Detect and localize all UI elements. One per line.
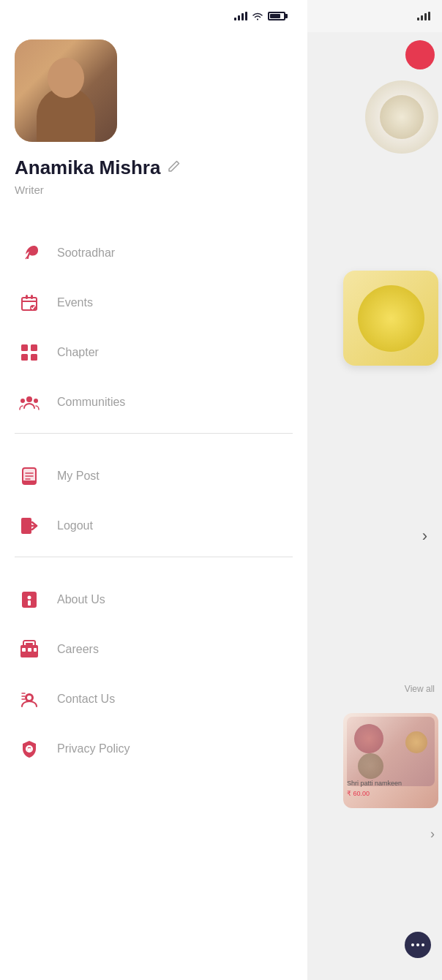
nav-item-chapter[interactable]: Chapter — [15, 328, 293, 377]
nav-item-mypost[interactable]: My Post — [15, 451, 293, 501]
notification-badge[interactable] — [405, 40, 435, 69]
food-image-1 — [365, 80, 438, 154]
battery-icon — [268, 12, 285, 20]
nav-label-events: Events — [57, 296, 93, 309]
nav-item-aboutus[interactable]: About Us — [15, 575, 293, 625]
svg-rect-7 — [21, 354, 28, 361]
food-item-info: Shri patti namkeen ₹ 60.00 — [347, 780, 435, 797]
feather-icon — [15, 238, 44, 268]
svg-rect-3 — [31, 295, 33, 299]
careers-icon — [15, 635, 44, 664]
food-image-3: Shri patti namkeen ₹ 60.00 — [343, 713, 438, 808]
nav-label-contactus: Contact Us — [57, 693, 115, 706]
mypost-icon — [15, 461, 44, 491]
nav-item-sootradhar[interactable]: Sootradhar — [15, 228, 293, 278]
svg-rect-23 — [28, 648, 31, 652]
communities-icon — [15, 388, 44, 417]
status-bar — [15, 0, 293, 32]
edit-icon[interactable] — [168, 159, 181, 176]
nav-item-privacy[interactable]: Privacy Policy — [15, 724, 293, 774]
svg-rect-6 — [31, 344, 37, 351]
food-image-2 — [343, 271, 438, 366]
food-item-price: ₹ 60.00 — [347, 790, 435, 797]
svg-rect-21 — [26, 643, 33, 645]
svg-rect-8 — [31, 354, 37, 361]
chevron-right-icon[interactable]: › — [422, 527, 427, 546]
right-panel: › View all Shri patti namkeen ₹ 60.00 › — [307, 0, 442, 980]
right-signal-icon — [417, 12, 430, 20]
svg-point-26 — [27, 696, 31, 700]
signal-icon — [234, 12, 247, 20]
nav-label-mypost: My Post — [57, 470, 100, 483]
nav-label-careers: Careers — [57, 643, 99, 656]
nav-item-communities[interactable]: Communities — [15, 377, 293, 427]
avatar — [15, 39, 117, 142]
profile-section: Anamika Mishra Writer — [15, 32, 293, 211]
svg-point-9 — [26, 396, 32, 402]
svg-point-17 — [28, 596, 31, 600]
divider-1 — [15, 433, 293, 434]
nav-group-1: Sootradhar Events — [15, 228, 293, 427]
nav-group-2: My Post Logout — [15, 451, 293, 551]
food-item-title: Shri patti namkeen — [347, 780, 435, 788]
nav-label-communities: Communities — [57, 396, 125, 409]
user-name-row: Anamika Mishra — [15, 157, 293, 179]
nav-item-contactus[interactable]: Contact Us — [15, 674, 293, 724]
nav-label-aboutus: About Us — [57, 593, 105, 606]
logout-icon — [15, 511, 44, 540]
right-status-bar — [307, 0, 442, 32]
svg-point-11 — [34, 399, 38, 403]
nav-label-sootradhar: Sootradhar — [57, 246, 115, 260]
svg-point-10 — [20, 399, 25, 403]
nav-item-events[interactable]: Events — [15, 278, 293, 328]
events-icon — [15, 288, 44, 317]
chapter-icon — [15, 338, 44, 367]
privacy-icon — [15, 734, 44, 764]
view-all-link[interactable]: View all — [405, 684, 435, 694]
nav-label-chapter: Chapter — [57, 346, 99, 359]
svg-rect-22 — [22, 648, 26, 652]
sidebar: Anamika Mishra Writer Sootradhar — [0, 0, 307, 980]
three-dots-button[interactable] — [405, 932, 431, 958]
svg-rect-18 — [28, 600, 31, 606]
chevron-right-2-icon[interactable]: › — [430, 826, 435, 842]
wifi-icon — [252, 12, 263, 20]
user-name: Anamika Mishra — [15, 157, 160, 179]
svg-rect-5 — [21, 344, 28, 351]
nav-label-privacy: Privacy Policy — [57, 742, 130, 755]
aboutus-icon — [15, 585, 44, 614]
user-role: Writer — [15, 184, 293, 196]
nav-item-careers[interactable]: Careers — [15, 625, 293, 674]
nav-label-logout: Logout — [57, 519, 93, 532]
svg-rect-24 — [34, 648, 37, 652]
contactus-icon — [15, 685, 44, 714]
svg-rect-2 — [26, 295, 28, 299]
nav-item-logout[interactable]: Logout — [15, 501, 293, 551]
nav-group-3: About Us Careers — [15, 575, 293, 774]
divider-2 — [15, 557, 293, 557]
